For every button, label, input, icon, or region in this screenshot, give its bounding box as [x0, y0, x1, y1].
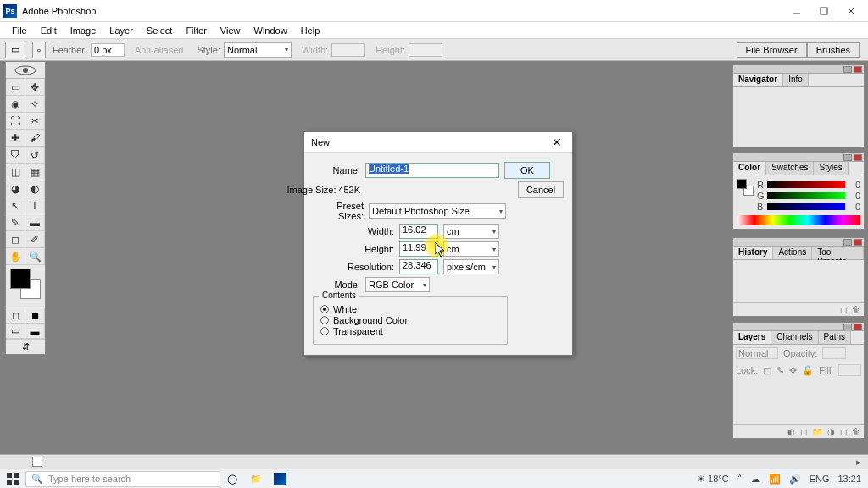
pen-tool[interactable]: ✎	[6, 214, 25, 231]
blend-mode-select[interactable]: Normal	[736, 347, 778, 359]
r-value[interactable]: 0	[849, 180, 860, 190]
photoshop-task-icon[interactable]	[273, 472, 287, 485]
tab-channels[interactable]: Channels	[771, 331, 818, 344]
spectrum-picker[interactable]	[737, 215, 860, 225]
menu-filter[interactable]: Filter	[179, 24, 213, 37]
brush-tool[interactable]: 🖌	[25, 130, 45, 147]
tab-styles[interactable]: Styles	[814, 162, 848, 175]
resolution-unit-select[interactable]: pixels/cm▾	[443, 259, 499, 274]
tray-chevron-icon[interactable]: ˄	[737, 474, 743, 485]
menu-file[interactable]: File	[5, 24, 34, 37]
palette-min-button[interactable]	[843, 154, 852, 161]
heal-tool[interactable]: ✚	[6, 130, 25, 147]
preset-select[interactable]: Default Photoshop Size▾	[369, 203, 506, 219]
eraser-tool[interactable]: ◫	[6, 164, 25, 180]
weather-widget[interactable]: ☀ 18°C	[697, 474, 729, 485]
style-select[interactable]: Normal▾	[224, 42, 292, 58]
resolution-input[interactable]: 28.346	[399, 259, 438, 274]
layer-style-icon[interactable]: ◐	[787, 427, 795, 436]
tab-color[interactable]: Color	[733, 162, 766, 175]
explorer-icon[interactable]: 📁	[249, 472, 263, 485]
trash-icon[interactable]: 🗑	[852, 305, 860, 314]
radio-transparent[interactable]: Transparent	[320, 326, 500, 336]
type-tool[interactable]: T	[25, 197, 45, 214]
history-brush-tool[interactable]: ↺	[25, 147, 45, 164]
taskbar-search[interactable]: 🔍 Type here to search	[25, 471, 220, 487]
palette-min-button[interactable]	[843, 239, 852, 246]
menu-window[interactable]: Window	[248, 24, 294, 37]
wand-tool[interactable]: ✧	[25, 96, 45, 113]
shape-tool[interactable]: ▬	[25, 214, 45, 231]
tab-navigator[interactable]: Navigator	[733, 74, 783, 86]
menu-edit[interactable]: Edit	[34, 24, 64, 37]
new-selection-button[interactable]: ▫	[32, 42, 46, 58]
fg-bg-mini-swatch[interactable]	[737, 179, 754, 196]
menu-image[interactable]: Image	[64, 24, 103, 37]
dodge-tool[interactable]: ◐	[25, 180, 45, 197]
notes-tool[interactable]: ◻	[6, 231, 25, 248]
ok-button[interactable]: OK	[504, 162, 550, 179]
new-snapshot-icon[interactable]: ◻	[840, 305, 847, 314]
cancel-button[interactable]: Cancel	[518, 181, 564, 198]
tab-paths[interactable]: Paths	[819, 331, 852, 344]
tab-info[interactable]: Info	[783, 74, 809, 86]
fill-input[interactable]	[838, 364, 861, 376]
new-layer-icon[interactable]: ◻	[840, 427, 847, 436]
layer-mask-icon[interactable]: ◻	[800, 427, 807, 436]
palette-min-button[interactable]	[843, 66, 852, 73]
status-expand-icon[interactable]: ▸	[856, 457, 861, 468]
marquee-tool[interactable]: ▭	[6, 79, 25, 96]
b-value[interactable]: 0	[849, 202, 860, 212]
r-slider[interactable]	[767, 181, 845, 188]
zoom-tool[interactable]: 🔍	[25, 248, 45, 265]
lock-paint-icon[interactable]: ✎	[776, 365, 784, 376]
stamp-tool[interactable]: ⛉	[6, 147, 25, 164]
path-tool[interactable]: ↖	[6, 197, 25, 214]
dialog-close-button[interactable]: ✕	[548, 136, 565, 149]
width-unit-select[interactable]: cm▾	[443, 224, 499, 239]
language-indicator[interactable]: ENG	[810, 474, 830, 484]
task-view-icon[interactable]: ◯	[225, 472, 239, 485]
tab-swatches[interactable]: Swatches	[766, 162, 814, 175]
tab-brushes[interactable]: Brushes	[807, 42, 860, 58]
fg-bg-swatch[interactable]	[10, 269, 41, 299]
lock-all-icon[interactable]: 🔒	[802, 365, 814, 376]
tab-history[interactable]: History	[733, 247, 773, 259]
slice-tool[interactable]: ✂	[25, 113, 45, 130]
lasso-tool[interactable]: ◉	[6, 96, 25, 113]
standard-mode-button[interactable]: ◻	[6, 308, 25, 324]
screen-mode-1[interactable]: ▭	[6, 324, 25, 339]
palette-close-button[interactable]	[854, 324, 862, 330]
menu-view[interactable]: View	[214, 24, 248, 37]
b-slider[interactable]	[767, 203, 845, 210]
menu-help[interactable]: Help	[294, 24, 327, 37]
hand-tool[interactable]: ✋	[6, 248, 25, 265]
selected-tool-preview[interactable]: ▭	[5, 42, 25, 58]
feather-input[interactable]: 0 px	[91, 43, 125, 57]
blur-tool[interactable]: ◕	[6, 180, 25, 197]
width-input[interactable]: 16.02	[399, 224, 438, 239]
gradient-tool[interactable]: ▦	[25, 164, 45, 180]
start-button[interactable]	[0, 473, 25, 485]
screen-mode-2[interactable]: ▬	[25, 324, 45, 339]
palette-close-button[interactable]	[854, 239, 862, 246]
adjustment-icon[interactable]: ◑	[827, 427, 835, 436]
palette-min-button[interactable]	[843, 324, 852, 330]
crop-tool[interactable]: ⛶	[6, 113, 25, 130]
tab-file-browser[interactable]: File Browser	[737, 42, 807, 58]
move-tool[interactable]: ✥	[25, 79, 45, 96]
g-slider[interactable]	[767, 192, 845, 199]
wifi-icon[interactable]: 📶	[769, 474, 781, 485]
close-button[interactable]	[837, 3, 865, 19]
jump-to-imageready[interactable]: ⇵	[6, 339, 45, 354]
menu-select[interactable]: Select	[140, 24, 180, 37]
height-input[interactable]: 11.99	[399, 241, 438, 257]
minimize-button[interactable]	[783, 3, 810, 19]
name-input[interactable]: Untitled-1	[365, 163, 499, 178]
sound-icon[interactable]: 🔊	[789, 474, 801, 485]
g-value[interactable]: 0	[849, 191, 860, 201]
palette-close-button[interactable]	[854, 66, 862, 73]
lock-trans-icon[interactable]: ▢	[763, 365, 771, 376]
opacity-input[interactable]	[822, 347, 846, 359]
radio-white[interactable]: White	[320, 304, 500, 314]
